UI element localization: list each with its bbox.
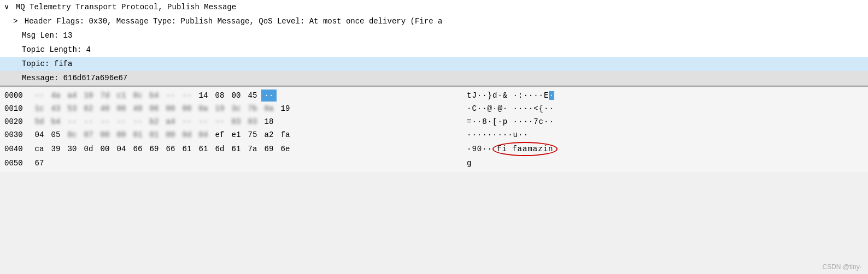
header-flags-text: Header Flags: 0x30, Message Type: Publis… — [25, 17, 443, 26]
byte: 07 — [81, 129, 96, 141]
hex-section: 0000 ·· 4a a4 10 7d c1 8c b4 ·· ·· 14 08… — [0, 86, 868, 172]
byte: 0a — [261, 103, 277, 115]
byte: 19 — [278, 103, 293, 115]
byte: 43 — [48, 103, 63, 115]
byte: c1 — [114, 90, 129, 102]
byte: ef — [212, 129, 227, 141]
byte: 10 — [81, 90, 96, 102]
byte: 0d — [81, 143, 96, 155]
byte: ·· — [212, 116, 227, 128]
byte: fa — [278, 129, 293, 141]
offset-0030: 0030 — [4, 129, 32, 141]
byte: 03 — [228, 116, 244, 128]
byte: 08 — [212, 90, 227, 102]
hex-row-0040: 0040 ca 39 30 0d 00 04 66 69 66 61 61 6d… — [0, 141, 868, 157]
ascii-0040: ·90··fi faamazin — [467, 142, 558, 156]
bytes-0000: ·· 4a a4 10 7d c1 8c b4 ·· ·· 14 08 00 4… — [32, 90, 458, 102]
byte: 48 — [130, 103, 145, 115]
byte: 1c — [32, 103, 47, 115]
topic-text: Topic: fifa — [22, 59, 72, 68]
byte: 00 — [97, 143, 113, 155]
offset-0000: 0000 — [4, 90, 32, 102]
byte: a4 — [64, 90, 80, 102]
hex-row-0050: 0050 67 g — [0, 157, 868, 170]
ascii-highlight: · — [549, 91, 554, 100]
topic-length-text: Topic Length: 4 — [22, 45, 91, 54]
byte: 69 — [146, 143, 162, 155]
red-circle-annotation: fi faamazin — [492, 142, 558, 156]
ascii-0030: ·········u·· — [467, 129, 529, 141]
byte: 75 — [245, 129, 260, 141]
byte: 00 — [163, 129, 178, 141]
byte: ·· — [163, 90, 178, 102]
offset-0050: 0050 — [4, 157, 32, 169]
main-container: ∨ MQ Telemetry Transport Protocol, Publi… — [0, 0, 868, 274]
byte: 04 — [32, 129, 47, 141]
byte: 4a — [48, 90, 63, 102]
byte-highlighted: ·· — [261, 90, 277, 102]
offset-0040: 0040 — [4, 143, 32, 155]
byte: 00 — [114, 129, 129, 141]
byte: a2 — [261, 129, 277, 141]
byte: ·· — [64, 116, 80, 128]
byte: 00 — [228, 90, 244, 102]
byte: 00 — [179, 103, 195, 115]
byte: ·· — [32, 90, 47, 102]
byte: ·· — [179, 116, 195, 128]
bytes-0030: 04 05 8c 07 00 00 01 01 00 0d 04 ef e1 7… — [32, 129, 458, 141]
byte: 05 — [48, 129, 63, 141]
byte: 00 — [114, 103, 129, 115]
byte: 00 — [97, 129, 113, 141]
byte: 8c — [64, 129, 80, 141]
protocol-section: ∨ MQ Telemetry Transport Protocol, Publi… — [0, 0, 868, 86]
msg-len-text: Msg Len: 13 — [22, 31, 72, 40]
watermark: CSDN @tiny· — [822, 263, 861, 271]
byte: 6e — [278, 143, 293, 155]
topic-row[interactable]: Topic: fifa — [0, 57, 868, 71]
byte: 3c — [228, 103, 244, 115]
bytes-0050: 67 — [32, 157, 458, 169]
ascii-0020: =··8·[·p ····7c·· — [467, 116, 554, 128]
byte: 7d — [97, 90, 113, 102]
byte: ca — [32, 143, 47, 155]
header-flags-row: > Header Flags: 0x30, Message Type: Publ… — [0, 14, 868, 28]
byte: 01 — [146, 129, 162, 141]
byte: ·· — [114, 116, 129, 128]
expand-arrow-main[interactable]: ∨ — [4, 1, 9, 13]
byte: 40 — [97, 103, 113, 115]
byte: 30 — [64, 143, 80, 155]
byte: 61 — [179, 143, 195, 155]
byte: ·· — [179, 90, 195, 102]
byte: 39 — [48, 143, 63, 155]
expand-arrow-header[interactable]: > — [13, 15, 17, 27]
byte: e1 — [228, 129, 244, 141]
byte: 06 — [146, 103, 162, 115]
topic-length-row: Topic Length: 4 — [0, 43, 868, 57]
byte: 69 — [261, 143, 277, 155]
main-title-row: ∨ MQ Telemetry Transport Protocol, Publi… — [0, 0, 868, 14]
bytes-0010: 1c 43 53 62 40 00 48 06 00 00 0a 19 3c 7… — [32, 103, 458, 115]
byte: ·· — [81, 116, 96, 128]
byte: 8c — [130, 90, 145, 102]
byte: b4 — [146, 90, 162, 102]
offset-0010: 0010 — [4, 103, 32, 115]
byte: 61 — [196, 143, 211, 155]
hex-row-0030: 0030 04 05 8c 07 00 00 01 01 00 0d 04 ef… — [0, 128, 868, 141]
byte: 00 — [163, 103, 178, 115]
byte: 18 — [261, 116, 277, 128]
ascii-0010: ·C··@·@· ····<{·· — [467, 103, 554, 115]
byte: b4 — [48, 116, 63, 128]
hex-row-0020: 0020 5d b4 ·· ·· ·· ·· ·· b2 a4 ·· ·· ··… — [0, 115, 868, 128]
message-row[interactable]: Message: 616d617a696e67 — [0, 71, 868, 85]
byte: 45 — [245, 90, 260, 102]
hex-row-0000: 0000 ·· 4a a4 10 7d c1 8c b4 ·· ·· 14 08… — [0, 89, 868, 102]
byte: 6d — [212, 143, 227, 155]
byte: ·· — [130, 116, 145, 128]
byte: 66 — [130, 143, 145, 155]
message-text: Message: 616d617a696e67 — [22, 74, 127, 82]
byte: 19 — [212, 103, 227, 115]
byte: 61 — [228, 143, 244, 155]
ascii-0050: g — [467, 157, 472, 169]
offset-0020: 0020 — [4, 116, 32, 128]
msg-len-row: Msg Len: 13 — [0, 28, 868, 43]
